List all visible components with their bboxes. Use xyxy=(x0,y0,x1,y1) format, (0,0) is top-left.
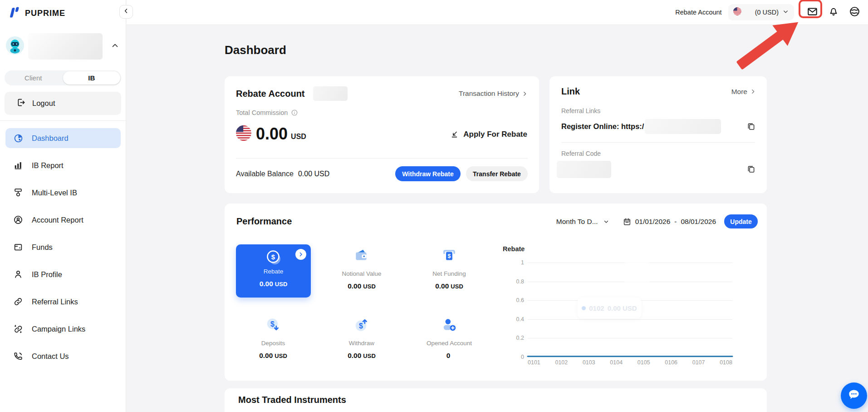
brand-name: PUPRIME xyxy=(25,9,65,18)
person-icon xyxy=(13,269,24,280)
metric-label: Deposits xyxy=(232,340,314,347)
info-icon[interactable] xyxy=(291,109,298,116)
sidebar-item-funds[interactable]: Funds xyxy=(5,237,121,257)
copy-referral-link-button[interactable] xyxy=(746,122,756,133)
sidebar-item-ib-profile[interactable]: IB Profile xyxy=(5,264,121,284)
link-card: Link More Referral Links Register Online… xyxy=(549,76,767,193)
total-commission-currency: USD xyxy=(291,127,306,141)
more-link[interactable]: More xyxy=(731,88,756,96)
metric-opened-account[interactable]: Opened Account 0 xyxy=(408,316,490,360)
metric-unit: USD xyxy=(363,352,375,359)
profile-row[interactable] xyxy=(5,33,121,60)
notifications-button[interactable] xyxy=(828,6,839,19)
transfer-rebate-button[interactable]: Transfer Rebate xyxy=(466,166,528,181)
cash-in-icon: $ xyxy=(408,247,490,265)
dollar-up-icon: $ xyxy=(321,316,402,334)
language-button[interactable] xyxy=(849,6,860,19)
most-traded-title: Most Traded Instruments xyxy=(238,395,346,405)
chevron-right-icon xyxy=(750,89,756,94)
sidebar-item-contact-us[interactable]: Contact Us xyxy=(5,346,121,366)
metric-deposits[interactable]: $ Deposits 0.00USD xyxy=(232,316,314,360)
sidebar-item-account-report[interactable]: Account Report xyxy=(5,210,121,230)
tooltip-label: 0102 xyxy=(589,304,604,312)
most-traded-instruments-card: Most Traded Instruments xyxy=(225,388,767,412)
brand-logo: PUPRIME xyxy=(8,5,65,21)
svg-text:$: $ xyxy=(447,253,451,259)
bell-icon xyxy=(828,6,839,19)
toggle-ib[interactable]: IB xyxy=(63,71,121,84)
available-balance-value: 0.00 USD xyxy=(298,170,329,178)
sidebar-item-label: Referral Links xyxy=(32,298,78,306)
metric-label: Opened Account xyxy=(408,340,490,347)
date-range-picker[interactable]: 01/01/2026 - 08/01/2026 xyxy=(623,218,716,226)
metric-unit: USD xyxy=(451,283,463,290)
sidebar-item-ib-report[interactable]: IB Report xyxy=(5,155,121,175)
mail-button[interactable] xyxy=(807,6,818,19)
wallet-card-icon xyxy=(321,247,402,265)
metric-label: Withdraw xyxy=(321,340,402,347)
top-header: Rebate Account (0 USD) xyxy=(127,0,868,25)
copy-icon xyxy=(746,122,756,131)
metric-unit: USD xyxy=(363,283,375,290)
metric-value: 0.00 xyxy=(348,352,361,359)
account-number-redacted xyxy=(313,86,348,101)
robot-avatar xyxy=(5,36,25,57)
chevron-up-icon[interactable] xyxy=(111,42,119,51)
date-to: 08/01/2026 xyxy=(681,218,716,226)
total-commission-amount: 0.00 xyxy=(256,124,288,144)
account-selector[interactable]: (0 USD) xyxy=(728,4,794,20)
chat-bubble-icon xyxy=(847,387,861,404)
wallet-icon xyxy=(13,242,24,253)
logout-label: Logout xyxy=(32,99,55,108)
sidebar-item-label: Campaign Links xyxy=(32,325,85,333)
sidebar-item-label: Multi-Level IB xyxy=(32,189,77,197)
chevron-right-icon xyxy=(522,91,528,97)
apply-for-rebate-button[interactable]: Apply For Rebate xyxy=(451,130,527,139)
sidebar-item-label: IB Profile xyxy=(32,270,62,279)
logout-button[interactable]: Logout xyxy=(5,92,121,115)
link-icon xyxy=(13,296,24,307)
redacted-patch xyxy=(625,248,649,287)
dollar-down-icon: $ xyxy=(232,316,314,334)
metric-notional-value[interactable]: Notional Value 0.00USD xyxy=(321,247,402,290)
metric-value: 0.00 xyxy=(435,282,449,290)
rebate-account-card: Rebate Account Transaction History Total… xyxy=(225,76,539,193)
sidebar-collapse-button[interactable] xyxy=(119,5,133,19)
svg-text:$: $ xyxy=(270,320,275,328)
sidebar-item-campaign-links[interactable]: Campaign Links xyxy=(5,319,121,339)
sidebar-item-referral-links[interactable]: Referral Links xyxy=(5,292,121,312)
metric-value: 0 xyxy=(446,352,451,359)
sidebar-item-label: Account Report xyxy=(32,216,83,224)
metric-label: Rebate xyxy=(236,268,311,275)
toggle-client[interactable]: Client xyxy=(5,70,62,85)
rebate-card-title: Rebate Account xyxy=(236,89,305,99)
update-button[interactable]: Update xyxy=(724,214,758,228)
metric-withdraw[interactable]: $ Withdraw 0.00USD xyxy=(321,316,402,360)
dashboard-icon xyxy=(13,133,24,144)
svg-text:$: $ xyxy=(359,322,363,330)
puprime-ib-dashboard: PUPRIME xyxy=(0,0,868,412)
copy-icon xyxy=(746,164,756,174)
tooltip-value: 0.00 USD xyxy=(608,304,637,312)
sidebar-item-multi-level-ib[interactable]: Multi-Level IB xyxy=(5,183,121,203)
register-online-link: Register Online: https:/ xyxy=(561,122,644,131)
withdraw-rebate-button[interactable]: Withdraw Rebate xyxy=(395,166,461,181)
chevron-down-icon xyxy=(603,218,609,225)
puprime-logo-icon xyxy=(8,5,21,21)
divider xyxy=(561,142,755,143)
copy-referral-code-button[interactable] xyxy=(746,164,756,176)
sidebar-item-dashboard[interactable]: Dashboard xyxy=(5,128,121,148)
divider xyxy=(236,158,528,159)
transaction-history-link[interactable]: Transaction History xyxy=(459,89,528,98)
period-dropdown[interactable]: Month To D... xyxy=(556,218,609,226)
metric-rebate-tile[interactable]: $ Rebate 0.00USD xyxy=(236,244,311,298)
performance-card: Performance Month To D... 01/01/2026 - 0… xyxy=(225,204,767,381)
metric-unit: USD xyxy=(275,352,287,359)
apply-rebate-icon xyxy=(451,130,459,139)
chart-title: Rebate xyxy=(503,245,525,253)
referral-code-label: Referral Code xyxy=(561,150,601,157)
total-commission-label: Total Commission xyxy=(236,109,288,116)
chevron-right-badge-icon[interactable] xyxy=(295,249,306,260)
metric-net-funding[interactable]: $ Net Funding 0.00USD xyxy=(408,247,490,290)
live-chat-button[interactable] xyxy=(841,382,867,409)
